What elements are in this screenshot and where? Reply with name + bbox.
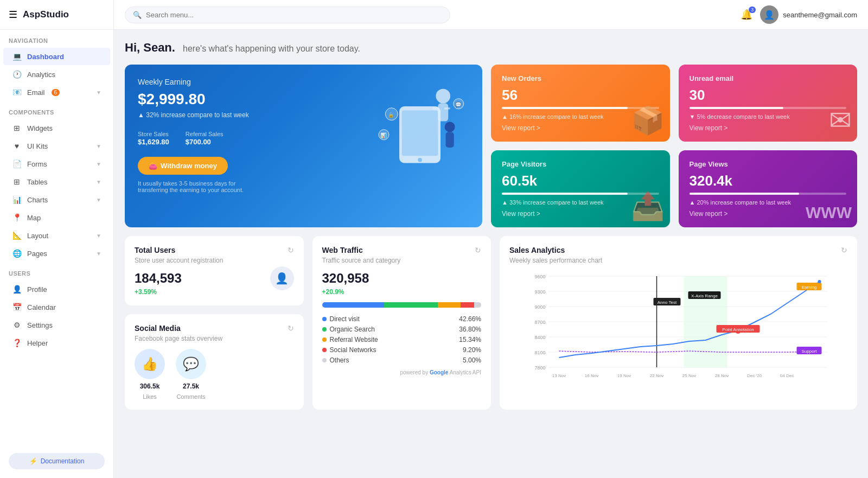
svg-point-51 <box>818 280 821 283</box>
search-box[interactable]: 🔍 <box>125 7 450 23</box>
page-views-view-report[interactable]: View report > <box>690 210 728 218</box>
svg-text:💬: 💬 <box>455 101 462 108</box>
user-email: seantheme@gmail.com <box>783 11 857 19</box>
new-orders-title: New Orders <box>502 74 659 82</box>
page-views-progress-fill <box>690 193 800 195</box>
svg-point-2 <box>418 158 422 162</box>
content-area: Hi, Sean. here's what's happening with y… <box>114 30 868 478</box>
referral-sales-value: $700.00 <box>186 138 224 146</box>
sidebar-item-forms[interactable]: 📄 Forms ▼ <box>3 155 110 173</box>
new-orders-card: New Orders 56 ▲ 16% increase compare to … <box>491 65 670 142</box>
page-visitors-progress-fill <box>502 193 628 195</box>
traffic-dot <box>322 317 327 321</box>
sales-analytics-title: Sales Analytics <box>509 246 847 254</box>
sales-analytics-refresh[interactable]: ↻ <box>841 246 847 254</box>
sidebar-item-helper[interactable]: ❓ Helper <box>3 334 110 352</box>
social-media-refresh[interactable]: ↻ <box>288 324 294 333</box>
svg-text:9000: 9000 <box>534 304 545 310</box>
visitors-icon: 📤 <box>631 190 665 222</box>
svg-text:16 Nov: 16 Nov <box>585 373 598 378</box>
traffic-dot <box>322 358 327 362</box>
sidebar-item-layout[interactable]: 📐 Layout ▼ <box>3 227 110 244</box>
likes-value: 306.5k <box>140 383 160 390</box>
page-views-card: Page Views 320.4k ▲ 20% increase compare… <box>679 150 858 227</box>
sidebar-item-label-email: Email <box>27 88 45 97</box>
total-users-subtitle: Store user account registration <box>135 257 294 264</box>
menu-icon[interactable]: ☰ <box>9 9 17 21</box>
avatar: 👤 <box>760 5 778 24</box>
sidebar-item-label-helper: Helper <box>27 339 48 347</box>
sidebar-item-label-charts: Charts <box>27 196 48 204</box>
page-visitors-view-report[interactable]: View report > <box>502 210 540 218</box>
traffic-percent: 42.66% <box>459 315 481 323</box>
layout-icon: 📐 <box>12 231 22 240</box>
sidebar-footer: ⚡ Documentation <box>0 444 113 478</box>
unread-email-view-report[interactable]: View report > <box>690 124 728 132</box>
unread-email-card: Unread email 30 ▼ 5% decrease compare to… <box>679 65 858 142</box>
sidebar: ☰ AspStudio Navigation 💻 Dashboard 🕐 Ana… <box>0 0 114 478</box>
sidebar-item-widgets[interactable]: ⊞ Widgets <box>3 119 110 137</box>
comments-icon: 💬 <box>176 349 206 379</box>
email-icon: 📧 <box>12 88 22 97</box>
sidebar-item-label-settings: Settings <box>27 321 53 329</box>
documentation-button[interactable]: ⚡ Documentation <box>9 453 105 469</box>
sidebar-item-tables[interactable]: ⊞ Tables ▼ <box>3 173 110 190</box>
sidebar-item-dashboard[interactable]: 💻 Dashboard <box>3 48 110 65</box>
sidebar-item-label-calendar: Calendar <box>27 303 56 311</box>
web-traffic-refresh[interactable]: ↻ <box>475 246 481 254</box>
sidebar-item-charts[interactable]: 📊 Charts ▼ <box>3 191 110 208</box>
sidebar-item-pages[interactable]: 🌐 Pages ▼ <box>3 245 110 262</box>
new-orders-value: 56 <box>502 87 659 104</box>
sidebar-section-navigation: Navigation <box>0 30 113 47</box>
stat-cards-col-1: New Orders 56 ▲ 16% increase compare to … <box>491 65 670 227</box>
notification-button[interactable]: 🔔 3 <box>741 9 752 21</box>
sidebar-item-profile[interactable]: 👤 Profile <box>3 281 110 298</box>
sidebar-item-label-tables: Tables <box>27 178 48 186</box>
search-input[interactable] <box>146 11 442 19</box>
dashboard-icon: 💻 <box>12 52 22 61</box>
svg-point-3 <box>436 89 450 104</box>
traffic-seg-referral-website <box>438 302 460 308</box>
user-info[interactable]: 👤 seantheme@gmail.com <box>760 5 857 24</box>
pages-icon: 🌐 <box>12 249 22 258</box>
search-icon: 🔍 <box>133 11 142 19</box>
unread-email-progress <box>690 107 847 109</box>
svg-text:9600: 9600 <box>534 274 545 279</box>
topbar: 🔍 🔔 3 👤 seantheme@gmail.com <box>114 0 868 30</box>
traffic-seg-social-networks <box>461 302 474 308</box>
chevron-uikits: ▼ <box>96 143 101 149</box>
svg-text:Dec '20: Dec '20 <box>747 373 762 378</box>
sidebar-item-email[interactable]: 📧 Email 6 ▼ <box>3 84 110 101</box>
sidebar-item-analytics[interactable]: 🕐 Analytics <box>3 66 110 83</box>
sidebar-item-calendar[interactable]: 📅 Calendar <box>3 298 110 316</box>
email-icon: ✉ <box>829 105 852 136</box>
new-orders-view-report[interactable]: View report > <box>502 124 540 132</box>
sales-chart-area: 9600 9300 9000 8700 8400 8100 7800 13 No… <box>509 271 847 381</box>
topbar-right: 🔔 3 👤 seantheme@gmail.com <box>741 5 857 24</box>
total-users-refresh[interactable]: ↻ <box>288 246 294 254</box>
main-area: 🔍 🔔 3 👤 seantheme@gmail.com Hi, Sean. he… <box>114 0 868 478</box>
withdraw-button[interactable]: 👛 Withdraw money <box>138 157 228 175</box>
chevron-tables: ▼ <box>96 179 101 185</box>
sidebar-item-label-forms: Forms <box>27 160 47 168</box>
svg-text:28 Nov: 28 Nov <box>715 373 729 378</box>
new-orders-progress-fill <box>502 107 628 109</box>
traffic-percent: 9.20% <box>463 346 481 354</box>
page-views-title: Page Views <box>690 160 847 168</box>
orders-icon: 📦 <box>631 105 665 136</box>
sidebar-item-map[interactable]: 📍 Map <box>3 209 110 226</box>
svg-text:9300: 9300 <box>534 289 545 295</box>
social-media-subtitle: Facebook page stats overview <box>135 335 294 342</box>
sidebar-item-uikits[interactable]: ♥ UI Kits ▼ <box>3 137 110 155</box>
sidebar-item-label-dashboard: Dashboard <box>27 53 64 61</box>
svg-text:Anno Test: Anno Test <box>658 300 677 305</box>
sidebar-item-label-analytics: Analytics <box>27 71 55 79</box>
traffic-bar <box>322 302 482 308</box>
sidebar-item-settings[interactable]: ⚙ Settings <box>3 316 110 334</box>
web-traffic-subtitle: Traffic source and category <box>322 257 482 264</box>
traffic-legend: Direct visit 42.66% Organic Search 36.80… <box>322 315 482 364</box>
sidebar-logo[interactable]: ☰ AspStudio <box>0 0 113 30</box>
sales-analytics-card: ↻ Sales Analytics Weekly sales performan… <box>500 236 857 410</box>
forms-icon: 📄 <box>12 160 22 168</box>
settings-icon: ⚙ <box>12 321 22 329</box>
